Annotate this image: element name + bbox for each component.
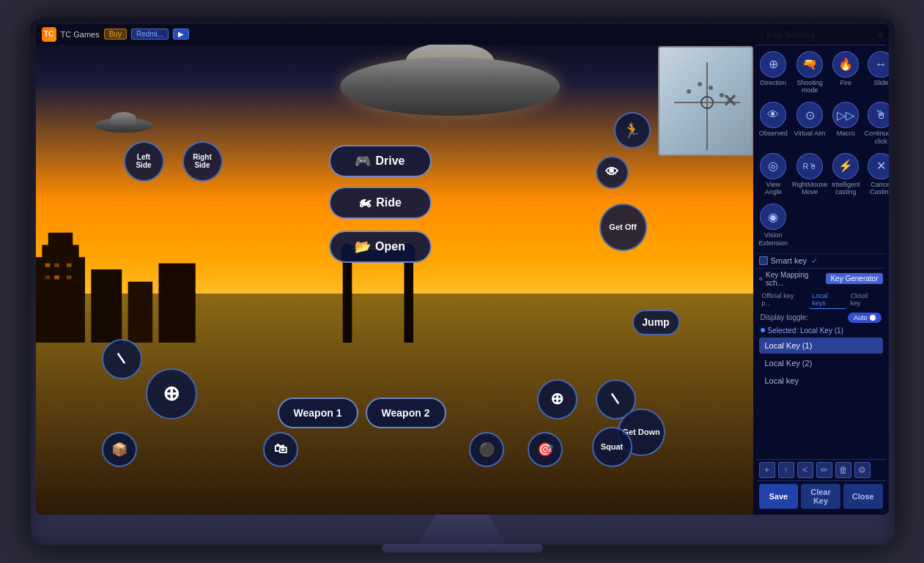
- tab-local[interactable]: Local keys: [809, 291, 846, 309]
- key-mapping-header: « Key Mapping sch... Key Generator: [756, 268, 886, 289]
- ks-macro[interactable]: ▷▷ Macro: [830, 99, 862, 149]
- ks-view-angle[interactable]: ◎ View Angle: [758, 150, 790, 200]
- smart-key-label: Smart key: [771, 256, 807, 265]
- macro-icon: ▷▷: [832, 102, 859, 128]
- sidebar-bottom-bar: + ↑ < ✏ 🗑 ⚙: [756, 459, 886, 480]
- key-generator-button[interactable]: Key Generator: [826, 273, 882, 284]
- continuous-click-label: Continuous click: [865, 130, 889, 146]
- ks-slide[interactable]: ↔ Slide: [863, 48, 889, 98]
- toggle-dot: [870, 315, 876, 321]
- fire-label: Fire: [840, 79, 852, 87]
- redmi-button[interactable]: Redmi...: [131, 29, 169, 40]
- running-icon-btn[interactable]: 🏃: [614, 112, 651, 149]
- shop-btn[interactable]: 🛍: [263, 432, 298, 467]
- save-button[interactable]: Save: [759, 484, 799, 509]
- virtual-aim-label: Virtual Aim: [794, 130, 826, 138]
- share-btn[interactable]: <: [797, 462, 813, 478]
- clear-key-button[interactable]: Clear Key: [801, 484, 840, 509]
- observed-icon: 👁: [760, 102, 786, 128]
- ks-shooting[interactable]: 🔫 Shooting mode: [791, 48, 829, 98]
- smart-key-checkbox[interactable]: [759, 256, 768, 265]
- buy-button[interactable]: Buy: [104, 29, 127, 40]
- slide-label: Slide: [873, 79, 888, 87]
- settings-btn[interactable]: ⚙: [854, 462, 871, 478]
- ks-virtual-aim[interactable]: ⊙ Virtual Aim: [791, 99, 829, 149]
- shooting-icon: 🔫: [797, 51, 823, 78]
- eye-icon-btn[interactable]: 👁: [596, 156, 629, 189]
- jump-btn[interactable]: Jump: [632, 310, 680, 335]
- open-btn[interactable]: 📂 Open: [329, 231, 432, 263]
- map-svg: [659, 48, 752, 154]
- fire-icon: 🔥: [832, 51, 859, 78]
- vision-extension-label: Vision Extension: [759, 231, 788, 247]
- ks-continuous-click[interactable]: 🖱 Continuous click: [863, 99, 889, 149]
- tab-cloud[interactable]: Cloud key: [848, 291, 883, 309]
- toggle-auto-label: Auto: [854, 314, 868, 321]
- delete-btn[interactable]: 🗑: [835, 462, 851, 478]
- intelligent-casting-label: Intelligent casting: [832, 181, 860, 197]
- key-list-item-2[interactable]: Local Key (2): [759, 355, 883, 371]
- map-close-icon[interactable]: ✕: [722, 91, 737, 111]
- ks-fire[interactable]: 🔥 Fire: [830, 48, 862, 98]
- right-side-btn[interactable]: Right Side: [182, 141, 223, 182]
- svg-point-22: [709, 86, 713, 90]
- display-toggle-label: Display toggle:: [761, 313, 845, 321]
- left-side-btn[interactable]: Left Side: [124, 141, 164, 182]
- ks-observed[interactable]: 👁 Observed: [758, 99, 790, 149]
- direction-pad-btn[interactable]: ⊕: [146, 368, 197, 420]
- ammo-btn[interactable]: ⚫: [469, 432, 504, 467]
- key-setting-icons-grid: ⊕ Direction 🔫 Shooting mode 🔥 Fire ↔ Sli…: [756, 45, 886, 253]
- drive-btn[interactable]: 🎮 Drive: [329, 145, 432, 177]
- sidebar: « Key Setting ⊕ Direction 🔫 Shooting mod…: [753, 24, 889, 515]
- rightmouse-move-label: RightMouse Move: [792, 181, 827, 197]
- monitor-base: [382, 544, 543, 553]
- ks-direction[interactable]: ⊕ Direction: [758, 48, 790, 98]
- ride-btn[interactable]: 🏍 Ride: [329, 187, 432, 219]
- svg-point-20: [687, 89, 691, 94]
- cancel-casting-label: Cancel Casting: [865, 181, 889, 197]
- selected-key-label: Selected: Local Key (1): [756, 325, 886, 336]
- ks-vision-extension[interactable]: ◉ Vision Extension: [758, 201, 790, 250]
- monitor: TC TC Games Buy Redmi... ▶: [30, 18, 895, 545]
- ks-cancel-casting[interactable]: ✕ Cancel Casting: [863, 150, 889, 200]
- continuous-click-icon: 🖱: [868, 102, 888, 128]
- tc-games-logo: TC: [42, 27, 56, 42]
- key-list-item-1[interactable]: Local Key (1): [759, 338, 883, 354]
- ks-intelligent-casting[interactable]: ⚡ Intelligent casting: [830, 150, 862, 200]
- inventory-btn[interactable]: 📦: [102, 432, 137, 467]
- slide-icon: ↔: [868, 51, 888, 78]
- macro-label: Macro: [837, 130, 855, 138]
- aim-btn[interactable]: ⊕: [537, 379, 577, 420]
- app-name-label: TC Games: [61, 30, 100, 39]
- monitor-stand: [418, 515, 506, 544]
- squat-btn[interactable]: Squat: [592, 427, 632, 467]
- display-toggle-btn[interactable]: Auto: [848, 313, 882, 323]
- map-overlay: ✕: [658, 46, 753, 156]
- direction-icon: ⊕: [760, 51, 786, 78]
- move-up-btn[interactable]: ↑: [778, 462, 794, 478]
- map-content: ✕: [659, 48, 752, 154]
- rightmouse-move-icon: R🖱: [797, 153, 823, 179]
- cancel-casting-icon: ✕: [868, 153, 888, 179]
- edit-btn[interactable]: ✏: [816, 462, 832, 478]
- top-bar: TC TC Games Buy Redmi... ▶: [36, 24, 889, 45]
- arrow-button[interactable]: ▶: [173, 29, 189, 40]
- weapon2-btn[interactable]: Weapon 2: [366, 398, 446, 428]
- add-key-btn[interactable]: +: [759, 462, 775, 478]
- get-off-btn[interactable]: Get Off: [599, 204, 647, 251]
- key-list-item-3[interactable]: Local key: [759, 373, 883, 389]
- ks-rightmouse-move[interactable]: R🖱 RightMouse Move: [791, 150, 829, 200]
- target-btn[interactable]: 🎯: [528, 432, 563, 467]
- vision-extension-icon: ◉: [760, 204, 786, 230]
- weapon1-btn[interactable]: Weapon 1: [278, 398, 358, 428]
- tabs-row: Official key p... Local keys Cloud key: [756, 289, 886, 310]
- display-toggle-row: Display toggle: Auto: [756, 310, 886, 325]
- view-angle-label: View Angle: [759, 181, 788, 197]
- tab-official[interactable]: Official key p...: [759, 291, 808, 309]
- cancel-btn[interactable]: /: [102, 339, 142, 379]
- virtual-aim-icon: ⊙: [797, 102, 823, 128]
- smart-key-row: Smart key ✓: [756, 253, 886, 268]
- close-button[interactable]: Close: [843, 484, 883, 509]
- intelligent-casting-icon: ⚡: [832, 153, 859, 179]
- observed-label: Observed: [759, 130, 788, 138]
